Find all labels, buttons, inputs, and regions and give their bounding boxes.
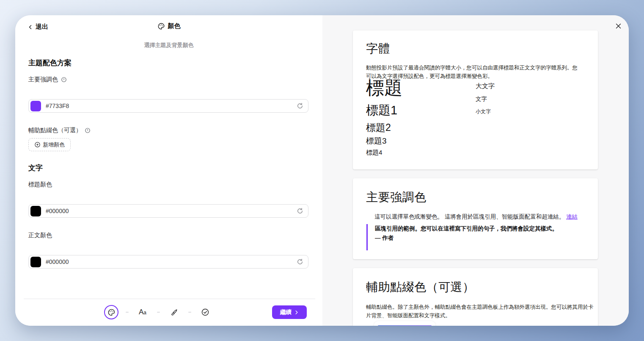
continue-label: 繼續 [280, 308, 292, 316]
color-option-tile[interactable] [374, 321, 435, 326]
small-text-sample: 小文字 [476, 108, 491, 115]
blockquote-author: — 作者 [375, 233, 558, 243]
info-icon[interactable] [85, 128, 91, 133]
panel-subtitle: 選擇主題及背景顏色 [15, 42, 322, 49]
body-color-swatch[interactable] [30, 257, 41, 267]
close-icon[interactable] [612, 20, 624, 32]
theme-setup-modal: 退出 顏色 選擇主題及背景顏色 主題配色方案 主要強調色 [15, 15, 629, 326]
text-section-heading: 文字 [28, 163, 43, 173]
footer-divider [24, 299, 315, 299]
step-colors-palette-icon[interactable] [104, 305, 118, 319]
heading4-sample: 標題4 [366, 149, 382, 156]
body-color-field [28, 255, 308, 269]
exit-label: 退出 [36, 23, 48, 31]
theme-scheme-heading: 主題配色方案 [28, 58, 72, 68]
primary-accent-label: 主要強調色 [28, 76, 58, 83]
reset-color-icon[interactable] [295, 257, 305, 266]
secondary-accent-preview-card: 輔助點綴色（可選） 輔助點綴色。除了主顏色外，輔助點綴色會在主題調色板上作為額外… [353, 268, 598, 326]
add-color-button[interactable]: 新增顏色 [28, 138, 71, 151]
info-icon[interactable] [61, 77, 67, 83]
heading-color-input[interactable] [41, 208, 295, 214]
accent-card-title: 主要強調色 [366, 189, 427, 205]
heading1-sample: 標題1 [366, 104, 397, 117]
large-text-sample: 大文字 [476, 82, 495, 90]
body-color-input[interactable] [41, 258, 295, 265]
plus-circle-icon [34, 141, 41, 148]
heading-sample: 標題 [366, 78, 402, 98]
exit-button[interactable]: 退出 [25, 21, 51, 33]
step-fonts-icon[interactable]: Aa [137, 306, 149, 318]
blockquote-line1: 區塊引用的範例。您可以在這裡寫下引用的句子，我們將會設定其樣式。 [375, 224, 558, 233]
primary-color-field [28, 99, 308, 113]
primary-accent-preview-card: 主要強調色 這可以選擇單色或漸變色。 這將會用於區塊引用、智能版面配置和超連結。… [353, 178, 598, 259]
step-review-check-icon[interactable] [199, 306, 211, 318]
fonts-card-title: 字體 [366, 41, 390, 57]
text-sample: 文字 [476, 95, 487, 103]
panel-title: 顏色 [15, 22, 322, 30]
color-settings-panel: 退出 顏色 選擇主題及背景顏色 主題配色方案 主要強調色 [15, 15, 322, 326]
heading3-sample: 標題3 [366, 137, 387, 146]
primary-accent-label-row: 主要強調色 [28, 76, 67, 83]
theme-preview-panel: 字體 動態投影片預設了最適合閱讀的字體大小，您可以自由選擇標題和正文文字的字體系… [322, 15, 629, 326]
step-brush-icon[interactable] [168, 306, 180, 318]
blockquote-sample: 區塊引用的範例。您可以在這裡寫下引用的句子，我們將會設定其樣式。 — 作者 [366, 224, 558, 250]
chevron-left-icon [28, 25, 33, 30]
secondary-accent-label: 輔助點綴色（可選） [28, 127, 82, 134]
chevron-right-icon [294, 310, 299, 315]
accent-paragraph-text: 這可以選擇單色或漸變色。 這將會用於區塊引用、智能版面配置和超連結。 [374, 213, 566, 220]
panel-title-label: 顏色 [168, 22, 181, 30]
sample-link[interactable]: 連結 [566, 213, 578, 220]
primary-color-swatch[interactable] [30, 101, 41, 111]
add-color-label: 新增顏色 [43, 141, 65, 149]
secondary-card-title: 輔助點綴色（可選） [366, 279, 475, 295]
gradient-swatch-bar [378, 325, 432, 326]
heading-color-swatch[interactable] [30, 206, 41, 216]
reset-color-icon[interactable] [295, 206, 305, 216]
heading-color-label: 標題顏色 [28, 181, 52, 189]
primary-color-input[interactable] [41, 103, 295, 109]
step-connector [157, 312, 160, 313]
continue-button[interactable]: 繼續 [272, 305, 307, 319]
step-connector [188, 312, 191, 313]
secondary-card-description: 輔助點綴色。除了主顏色外，輔助點綴色會在主題調色板上作為額外選項出現。您可以將其… [366, 303, 597, 320]
body-color-label: 正文顏色 [28, 232, 52, 239]
step-connector [126, 312, 129, 313]
heading2-sample: 標題2 [366, 122, 391, 133]
fonts-preview-card: 字體 動態投影片預設了最適合閱讀的字體大小，您可以自由選擇標題和正文文字的字體系… [353, 30, 598, 169]
heading-color-field [28, 204, 308, 218]
secondary-accent-label-row: 輔助點綴色（可選） [28, 127, 91, 134]
palette-icon [157, 22, 165, 30]
accent-card-paragraph: 這可以選擇單色或漸變色。 這將會用於區塊引用、智能版面配置和超連結。 連結 [374, 213, 578, 221]
reset-color-icon[interactable] [295, 101, 305, 111]
